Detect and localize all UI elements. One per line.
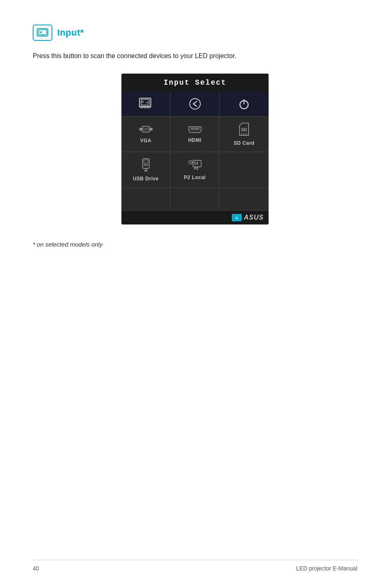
panel-container: Input Select	[33, 74, 357, 224]
sdcard-icon-svg: SD	[239, 122, 249, 136]
hdmi-label: HDMI	[188, 137, 202, 143]
vga-icon	[139, 125, 153, 135]
panel-top-row	[121, 92, 269, 117]
vga-cell[interactable]: VGA	[121, 117, 170, 152]
description-text: Press this button to scan the connected …	[33, 51, 253, 61]
empty-cell-3c	[220, 188, 269, 210]
svg-rect-3	[40, 36, 45, 36]
header-section: Input*	[33, 25, 357, 41]
page-number: 40	[33, 565, 39, 572]
svg-point-23	[145, 129, 146, 130]
svg-point-22	[143, 129, 144, 130]
svg-rect-26	[191, 128, 199, 130]
panel-footer: A ASUS	[121, 211, 269, 224]
media-icon	[139, 97, 153, 110]
empty-cell-row2	[220, 152, 269, 187]
sdcard-cell[interactable]: SD SD Card	[220, 117, 269, 152]
p2-icon-svg: P2	[188, 159, 202, 171]
grid-row-1: VGA HDMI	[121, 117, 269, 152]
power-icon	[238, 97, 250, 110]
page-content: Input* Press this button to scan the con…	[0, 0, 390, 289]
top-cell-media[interactable]	[121, 92, 170, 116]
svg-point-19	[143, 128, 144, 129]
svg-point-21	[147, 128, 148, 129]
p2-icon: P2	[188, 159, 202, 172]
input-select-panel: Input Select	[121, 74, 269, 224]
usb-icon	[140, 158, 152, 173]
footnote-text: * on selected models only	[33, 241, 357, 248]
grid-row-3	[121, 188, 269, 211]
footer-manual-title: LED projector E-Manual	[296, 565, 357, 572]
vga-label: VGA	[140, 138, 152, 144]
svg-point-40	[189, 161, 192, 164]
svg-rect-42	[194, 162, 196, 165]
footer-divider	[33, 560, 357, 560]
top-cell-input[interactable]	[170, 92, 220, 116]
empty-cell-3a	[121, 188, 170, 210]
top-cell-power[interactable]	[220, 92, 269, 116]
vga-icon-svg	[139, 125, 153, 134]
svg-point-14	[190, 99, 200, 109]
svg-point-24	[147, 129, 148, 130]
asus-logo-icon: A	[232, 214, 242, 221]
empty-cell-3b	[170, 188, 220, 210]
panel-title-bar: Input Select	[121, 74, 269, 92]
svg-text:A: A	[235, 216, 238, 220]
svg-rect-10	[141, 107, 143, 108]
p2local-cell[interactable]: P2 P2 Local	[170, 152, 220, 187]
input-icon	[37, 28, 48, 37]
svg-point-13	[141, 101, 144, 103]
svg-point-25	[150, 128, 152, 130]
svg-point-17	[139, 128, 142, 130]
svg-point-20	[145, 128, 146, 129]
svg-rect-32	[143, 159, 149, 168]
input-icon-box	[33, 25, 52, 41]
page-footer: 40 LED projector E-Manual	[0, 560, 390, 572]
svg-text:P2: P2	[194, 166, 198, 171]
usb-label: USB Drive	[133, 176, 159, 182]
asus-brand-icon: A	[232, 214, 241, 221]
sdcard-label: SD Card	[234, 140, 255, 146]
grid-row-2: USB Drive P2 P2 Local	[121, 152, 269, 188]
panel-title: Input Select	[164, 79, 226, 87]
hdmi-icon	[187, 125, 203, 135]
p2-label: P2 Local	[184, 175, 206, 180]
sdcard-icon: SD	[239, 122, 249, 138]
svg-rect-18	[142, 126, 150, 132]
svg-rect-11	[144, 107, 146, 108]
usb-drive-cell[interactable]: USB Drive	[121, 152, 170, 187]
footer-content: 40 LED projector E-Manual	[33, 565, 357, 572]
svg-rect-33	[144, 160, 148, 163]
usb-icon-svg	[140, 158, 152, 172]
hdmi-cell[interactable]: HDMI	[170, 117, 220, 152]
svg-rect-43	[197, 162, 198, 165]
asus-brand-text: ASUS	[244, 214, 264, 221]
section-title: Input*	[57, 27, 84, 38]
svg-text:SD: SD	[241, 128, 247, 132]
asus-logo: A ASUS	[232, 214, 264, 221]
hdmi-icon-svg	[187, 125, 203, 133]
input-back-icon	[188, 97, 202, 110]
svg-rect-12	[147, 107, 150, 108]
